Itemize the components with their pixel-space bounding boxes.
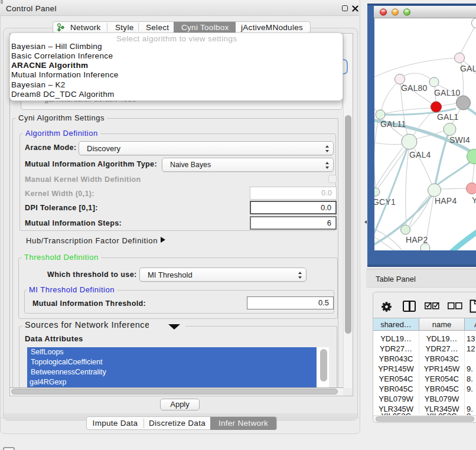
svg-text:GCY1: GCY1 [373,197,396,207]
svg-text:GAL11: GAL11 [380,119,406,129]
svg-text:GAL10: GAL10 [434,88,461,97]
svg-text:GAL1: GAL1 [437,112,459,122]
svg-text:HAP2: HAP2 [406,235,428,244]
svg-text:GAL80: GAL80 [401,83,428,93]
svg-text:Y: Y [472,195,476,205]
svg-text:GAL2: GAL2 [460,64,476,73]
svg-text:HAP4: HAP4 [435,196,457,206]
svg-text:SWI4: SWI4 [449,135,470,145]
svg-text:GAL4: GAL4 [409,150,431,159]
